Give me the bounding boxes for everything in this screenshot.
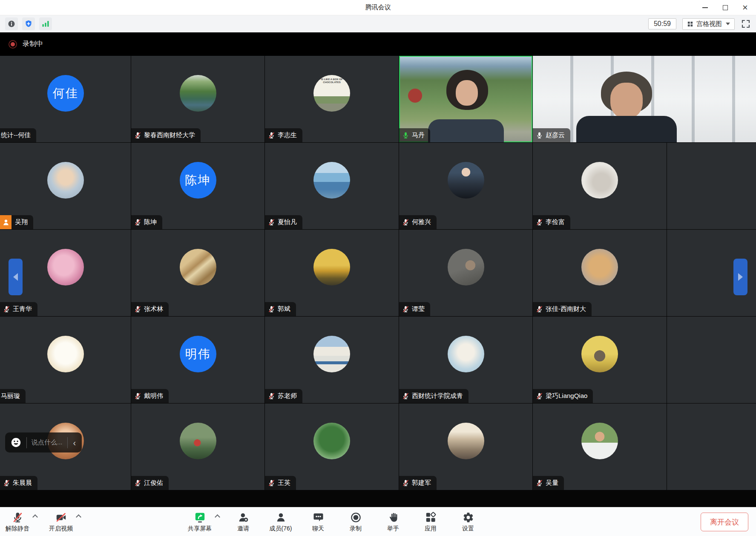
photo-avatar [448,162,484,199]
mic-muted-icon [536,392,543,401]
photo-avatar [581,249,618,285]
minimize-button[interactable] [695,0,715,15]
participants-grid: 何佳统计--何佳黎春西南财经大学IS LIKE A BOX OF CHOCOLA… [0,56,756,490]
participant-tile[interactable]: 吴翔 [0,143,131,229]
participant-name: 吴翔 [15,218,28,226]
participant-tile[interactable]: 何佳统计--何佳 [0,56,131,142]
participant-tile[interactable]: 吴量 [533,403,667,490]
network-status-button[interactable] [39,17,52,30]
participant-name-tag: 何雅兴 [399,215,437,229]
security-button[interactable] [22,17,35,30]
invite-button[interactable]: 邀请 [230,510,256,534]
chevron-up-icon[interactable] [215,514,220,520]
signal-bars-icon [41,20,50,28]
chevron-right-icon [738,273,743,281]
participant-tile[interactable]: 赵彦云 [533,56,756,142]
mic-muted-icon [536,478,543,487]
leave-meeting-button[interactable]: 离开会议 [701,513,748,531]
participant-tile[interactable]: 江俊佑 [131,403,264,490]
meeting-timer: 50:59 [648,18,676,29]
participant-tile[interactable]: 西财统计学院成青 [399,317,532,403]
participant-tile[interactable]: 郭建军 [399,403,532,490]
participant-name: 统计--何佳 [1,131,31,139]
empty-grid-cell [667,403,756,490]
participant-name: 李志生 [278,131,297,139]
phone-attendee-icon [0,215,11,229]
camera-off-icon [55,512,67,524]
unmute-button[interactable]: 解除静音 [4,510,31,534]
mic-muted-icon [536,218,543,227]
chevron-up-icon[interactable] [32,514,38,520]
participant-tile[interactable]: 陈坤陈坤 [131,143,264,229]
participant-name: 马丹 [412,131,425,139]
participant-tile[interactable]: 马丹 [399,56,532,142]
settings-button[interactable]: 设置 [455,510,481,534]
participant-tile[interactable]: 李俭富 [533,143,667,229]
participant-tile[interactable]: 马丽璇 [0,317,131,403]
participant-tile[interactable]: 梁巧LiangQiao [533,317,667,403]
recording-label: 录制中 [23,40,43,49]
members-button[interactable]: 成员(76) [267,510,294,534]
chat-bubble-icon [312,512,324,524]
participant-tile[interactable]: 王英 [265,403,399,490]
collapse-chat-icon[interactable]: ‹ [72,438,77,447]
layout-view-button[interactable]: 宫格视图 [682,18,735,30]
record-button[interactable]: 录制 [342,510,369,534]
participant-name-tag: 统计--何佳 [0,128,36,142]
participant-name: 朱晨晨 [13,479,32,487]
participant-tile[interactable]: 张佳-西南财大 [533,230,667,316]
participant-name: 张佳-西南财大 [546,305,586,313]
meeting-info-button[interactable] [5,17,18,30]
photo-avatar [180,249,216,285]
close-button[interactable]: × [735,0,755,15]
screen-share-icon [194,512,206,524]
mic-muted-icon [134,478,141,487]
participant-name-tag: 郭斌 [265,302,296,316]
participant-tile[interactable]: 夏怡凡 [265,143,399,229]
top-toolbar: 50:59 宫格视图 [0,15,756,32]
raise-hand-button[interactable]: 举手 [380,510,406,534]
chevron-up-icon[interactable] [76,514,81,520]
mic-muted-icon [268,305,275,314]
emoji-icon[interactable] [10,437,22,448]
participant-name: 李俭富 [546,218,565,226]
photo-avatar [313,423,350,459]
participant-name-tag: 夏怡凡 [265,215,302,229]
participant-name: 陈坤 [144,218,157,226]
chat-label: 聊天 [312,525,324,533]
quick-chat-bubble[interactable]: 说点什么... ‹ [5,432,82,452]
mic-muted-icon [402,392,409,401]
participant-tile[interactable]: 谭莹 [399,230,532,316]
participant-name: 张术林 [144,305,163,313]
participant-tile[interactable]: 明伟戴明伟 [131,317,264,403]
previous-page-button[interactable] [9,259,23,295]
participant-tile[interactable]: 何雅兴 [399,143,532,229]
photo-avatar [47,162,84,199]
share-screen-button[interactable]: 共享屏幕 [187,510,213,534]
fullscreen-button[interactable] [741,19,751,29]
participant-name: 夏怡凡 [278,218,297,226]
start-video-button[interactable]: 开启视频 [48,510,74,534]
chat-button[interactable]: 聊天 [305,510,331,534]
meeting-stage: 录制中 何佳统计--何佳黎春西南财经大学IS LIKE A BOX OF CHO… [0,32,756,507]
hand-icon [387,512,399,524]
participant-tile[interactable]: 张术林 [131,230,264,316]
initials-avatar: 何佳 [47,75,84,112]
participant-tile[interactable]: 郭斌 [265,230,399,316]
participant-name: 梁巧LiangQiao [546,392,587,400]
participant-name-tag: 郭建军 [399,476,437,490]
participant-tile[interactable]: 苏老师 [265,317,399,403]
participant-tile[interactable]: 黎春西南财经大学 [131,56,264,142]
chat-input-placeholder[interactable]: 说点什么... [32,438,63,447]
participant-name: 王青华 [13,305,32,313]
participant-tile[interactable]: IS LIKE A BOX OF CHOCOLATES李志生 [265,56,399,142]
participant-name-tag: 马丽璇 [0,389,26,403]
participant-name: 西财统计学院成青 [412,392,463,400]
participant-name-tag: 朱晨晨 [0,476,37,490]
next-page-button[interactable] [733,259,747,295]
participant-name: 郭斌 [278,305,290,313]
participant-name-tag: 王青华 [0,302,37,316]
mic-on-icon [536,131,543,140]
apps-button[interactable]: 应用 [417,510,444,534]
maximize-button[interactable] [715,0,735,15]
